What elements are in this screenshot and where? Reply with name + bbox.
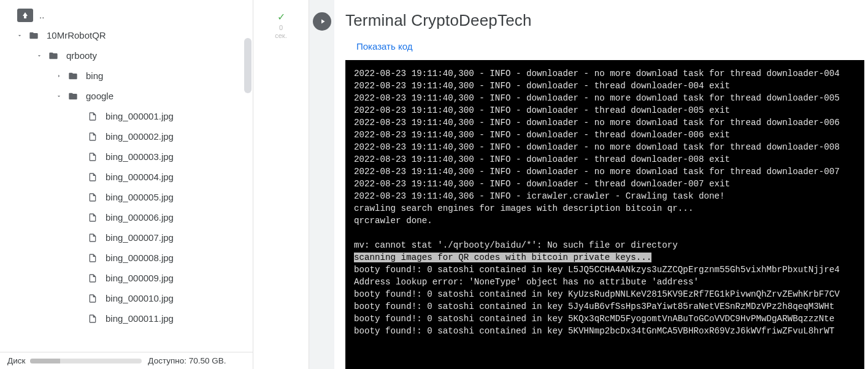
terminal-line [354, 227, 856, 239]
run-cell-button[interactable] [313, 12, 331, 31]
tree-item-label: 10MrRobotQR [47, 30, 106, 40]
terminal-line: 2022-08-23 19:11:40,300 - INFO - downloa… [354, 178, 856, 190]
terminal-line: 2022-08-23 19:11:40,300 - INFO - downloa… [354, 141, 856, 153]
terminal-line: scanning images for QR codes with bitcoi… [354, 251, 856, 264]
terminal-output[interactable]: 2022-08-23 19:11:40,300 - INFO - downloa… [345, 60, 864, 369]
tree-item-label: qrbooty [66, 50, 97, 61]
file-icon [86, 110, 99, 123]
cell-content: Terminal CryptoDeepTech Показать код 202… [334, 0, 868, 369]
tree-item-file[interactable]: bing_000011.jpg [0, 308, 253, 329]
tree-item-label: bing_000007.jpg [106, 232, 174, 243]
tree-item-label: google [86, 91, 113, 101]
tree-item-folder[interactable]: bing [0, 66, 253, 86]
tree-item-file[interactable]: bing_000007.jpg [0, 227, 253, 248]
disk-usage-bar: Диск Доступно: 70.50 GB. [0, 352, 253, 369]
tree-item-file[interactable]: bing_000008.jpg [0, 248, 253, 268]
cell-gutter [309, 0, 334, 369]
tree-item-label: bing_000003.jpg [106, 151, 174, 162]
terminal-line: booty found!: 0 satoshi contained in key… [354, 300, 856, 313]
terminal-line: 2022-08-23 19:11:40,300 - INFO - downloa… [354, 92, 856, 104]
file-icon [86, 292, 99, 305]
folder-icon [66, 69, 80, 83]
terminal-line: 2022-08-23 19:11:40,300 - INFO - downloa… [354, 129, 856, 141]
tree-item-label: bing_000009.jpg [106, 273, 174, 283]
tree-label-up: .. [39, 10, 44, 20]
file-icon [86, 251, 99, 265]
terminal-line: booty found!: 0 satoshi contained in key… [354, 325, 856, 337]
tree-item-file[interactable]: bing_000010.jpg [0, 288, 253, 308]
terminal-line: 2022-08-23 19:11:40,300 - INFO - downloa… [354, 104, 856, 116]
file-icon [86, 191, 99, 204]
tree-item-file[interactable]: bing_000009.jpg [0, 268, 253, 288]
page-title: Terminal CryptoDeepTech [345, 11, 864, 30]
file-icon [86, 211, 99, 224]
terminal-line: 2022-08-23 19:11:40,300 - INFO - downloa… [354, 165, 856, 178]
tree-item-label: bing_000008.jpg [106, 253, 174, 263]
tree-item-label: bing_000001.jpg [106, 111, 174, 121]
folder-icon [27, 29, 40, 42]
tree-item-file[interactable]: bing_000001.jpg [0, 106, 253, 126]
tree-item-file[interactable]: bing_000002.jpg [0, 126, 253, 146]
tree-item-label: bing_000011.jpg [106, 313, 174, 324]
terminal-line: 2022-08-23 19:11:40,306 - INFO - icrawle… [354, 190, 856, 202]
folder-icon [47, 49, 60, 63]
file-browser-sidebar: .. 10MrRobotQRqrbootybinggooglebing_0000… [0, 0, 253, 369]
terminal-line: Address lookup error: 'NoneType' object … [354, 276, 856, 288]
terminal-line: 2022-08-23 19:11:40,300 - INFO - downloa… [354, 80, 856, 92]
terminal-line: 2022-08-23 19:11:40,300 - INFO - downloa… [354, 153, 856, 165]
show-code-link[interactable]: Показать код [356, 41, 864, 51]
check-icon: ✓ [277, 11, 285, 23]
file-icon [86, 150, 99, 164]
tree-item-file[interactable]: bing_000004.jpg [0, 167, 253, 187]
exec-seconds-value: 0 [275, 24, 287, 32]
terminal-line: booty found!: 0 satoshi contained in key… [354, 313, 856, 325]
terminal-line: mv: cannot stat './qrbooty/baidu/*': No … [354, 239, 856, 251]
main-area: ✓ 0 сек. Terminal CryptoDeepTech Показат… [253, 0, 868, 369]
terminal-line: 2022-08-23 19:11:40,300 - INFO - downloa… [354, 67, 856, 80]
disk-meter-fill [30, 359, 60, 363]
tree-item-file[interactable]: bing_000005.jpg [0, 187, 253, 207]
file-icon [86, 272, 99, 285]
terminal-line: booty found!: 0 satoshi contained in key… [354, 264, 856, 276]
tree-item-file[interactable]: bing_000006.jpg [0, 207, 253, 227]
caret-icon[interactable] [13, 29, 26, 42]
file-icon [86, 130, 99, 143]
tree-item-folder[interactable]: qrbooty [0, 45, 253, 66]
folder-up-icon [17, 9, 33, 22]
tree-item-up[interactable]: .. [0, 5, 253, 25]
terminal-line: booty found!: 0 satoshi contained in key… [354, 288, 856, 300]
caret-icon[interactable] [53, 90, 65, 102]
tree-item-label: bing_000010.jpg [106, 293, 174, 303]
exec-seconds-unit: сек. [275, 32, 287, 40]
terminal-line: 2022-08-23 19:11:40,300 - INFO - downloa… [354, 116, 856, 129]
execution-gutter: ✓ 0 сек. [253, 0, 309, 369]
caret-icon[interactable] [53, 70, 65, 82]
folder-icon [66, 89, 80, 103]
tree-item-file[interactable]: bing_000003.jpg [0, 146, 253, 167]
disk-available-text: Доступно: 70.50 GB. [148, 356, 226, 365]
play-icon [319, 18, 326, 25]
terminal-line: qrcrawler done. [354, 215, 856, 227]
tree-item-folder[interactable]: google [0, 86, 253, 106]
disk-meter [30, 359, 142, 363]
tree-item-label: bing_000006.jpg [106, 212, 174, 223]
file-icon [86, 231, 99, 245]
tree-item-label: bing [86, 70, 103, 81]
tree-item-label: bing_000005.jpg [106, 192, 174, 202]
file-tree[interactable]: .. 10MrRobotQRqrbootybinggooglebing_0000… [0, 0, 253, 352]
disk-label: Диск [7, 356, 25, 365]
terminal-line: crawling search engines for images with … [354, 202, 856, 215]
tree-item-label: bing_000002.jpg [106, 131, 174, 142]
tree-scrollbar[interactable] [244, 38, 252, 93]
caret-icon[interactable] [33, 50, 45, 62]
file-icon [86, 312, 99, 325]
tree-item-folder[interactable]: 10MrRobotQR [0, 25, 253, 45]
file-icon [86, 170, 99, 184]
tree-item-label: bing_000004.jpg [106, 172, 174, 182]
